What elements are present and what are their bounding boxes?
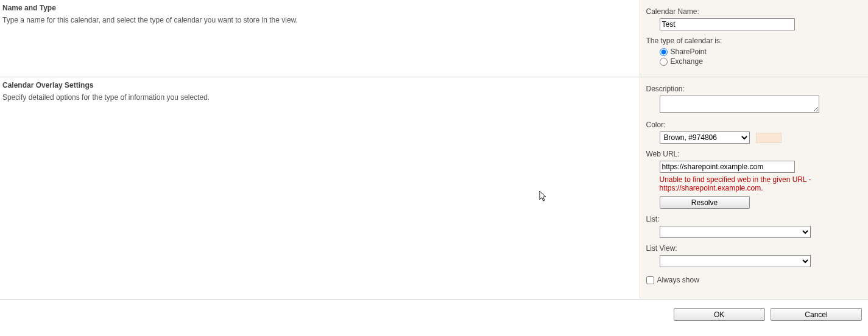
section-desc-overlay: Specify detailed options for the type of…	[2, 93, 637, 102]
ok-button[interactable]: OK	[674, 308, 765, 321]
radio-sharepoint-label: SharePoint	[671, 47, 707, 56]
weburl-error: Unable to find specified web in the give…	[660, 175, 842, 192]
settings-table: Name and Type Type a name for this calen…	[0, 0, 868, 328]
always-show-checkbox[interactable]	[646, 276, 654, 284]
color-label: Color:	[646, 121, 863, 129]
weburl-input[interactable]	[660, 161, 795, 173]
always-show-label: Always show	[657, 276, 699, 284]
section-name-and-type: Name and Type Type a name for this calen…	[0, 0, 868, 77]
radio-sharepoint[interactable]	[660, 48, 668, 56]
calendar-name-label: Calendar Name:	[646, 7, 863, 16]
section-heading-name-type: Name and Type	[2, 4, 637, 12]
listview-select[interactable]	[660, 255, 811, 267]
description-label: Description:	[646, 85, 863, 93]
color-select[interactable]: Brown, #974806	[660, 131, 750, 144]
description-textarea[interactable]	[660, 96, 819, 113]
list-select[interactable]	[660, 226, 811, 238]
list-label: List:	[646, 215, 863, 223]
footer: OK Cancel	[0, 299, 868, 329]
color-swatch	[756, 133, 782, 143]
weburl-label: Web URL:	[646, 150, 863, 158]
radio-exchange[interactable]	[660, 58, 668, 66]
calendar-name-input[interactable]	[660, 18, 795, 30]
section-heading-overlay: Calendar Overlay Settings	[2, 81, 637, 89]
radio-exchange-label: Exchange	[671, 57, 703, 66]
resolve-button[interactable]: Resolve	[660, 196, 750, 209]
section-desc-name-type: Type a name for this calendar, and selec…	[2, 16, 637, 24]
listview-label: List View:	[646, 244, 863, 253]
cancel-button[interactable]: Cancel	[771, 308, 862, 321]
calendar-type-label: The type of calendar is:	[646, 37, 863, 45]
section-overlay-settings: Calendar Overlay Settings Specify detail…	[0, 77, 868, 299]
